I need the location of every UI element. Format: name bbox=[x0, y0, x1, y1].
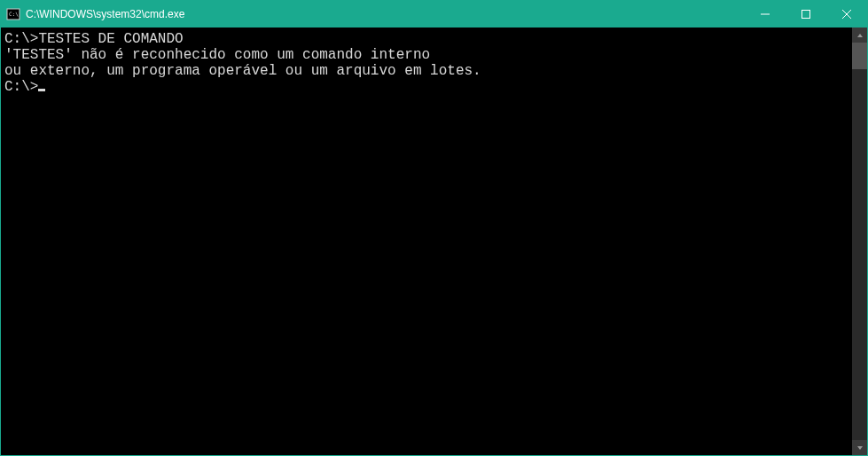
cursor bbox=[38, 89, 45, 91]
titlebar[interactable]: C:\ C:\WINDOWS\system32\cmd.exe bbox=[1, 1, 867, 28]
scroll-up-button[interactable] bbox=[852, 28, 867, 43]
terminal-line: 'TESTES' não é reconhecido como um coman… bbox=[4, 47, 852, 63]
scroll-down-button[interactable] bbox=[852, 440, 867, 455]
maximize-button[interactable] bbox=[786, 1, 826, 28]
terminal-line: C:\>TESTES DE COMANDO bbox=[4, 31, 852, 47]
svg-marker-6 bbox=[857, 34, 863, 37]
svg-text:C:\: C:\ bbox=[9, 11, 19, 17]
terminal-line: ou externo, um programa operável ou um a… bbox=[4, 63, 852, 79]
vertical-scrollbar[interactable] bbox=[852, 28, 867, 455]
window-title: C:\WINDOWS\system32\cmd.exe bbox=[26, 8, 745, 20]
cmd-icon: C:\ bbox=[6, 7, 20, 21]
svg-rect-3 bbox=[802, 11, 810, 19]
scroll-thumb[interactable] bbox=[852, 43, 867, 69]
terminal-output[interactable]: C:\>TESTES DE COMANDO'TESTES' não é reco… bbox=[1, 28, 852, 455]
minimize-button[interactable] bbox=[745, 1, 786, 28]
window-controls bbox=[745, 1, 867, 28]
cmd-window: C:\ C:\WINDOWS\system32\cmd.exe C:\>TEST… bbox=[0, 0, 868, 456]
terminal-line: C:\> bbox=[4, 79, 852, 95]
content-area: C:\>TESTES DE COMANDO'TESTES' não é reco… bbox=[1, 28, 867, 455]
svg-marker-7 bbox=[857, 446, 863, 450]
close-button[interactable] bbox=[826, 1, 867, 28]
